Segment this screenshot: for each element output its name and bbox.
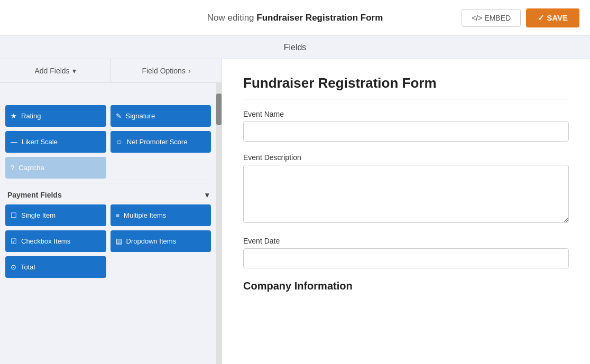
- left-scrollbar[interactable]: [216, 83, 222, 364]
- top-bar: Now editing Fundraiser Registration Form…: [0, 0, 590, 36]
- event-name-group: Event Name: [243, 110, 569, 142]
- tabs-row: Add Fields ▾ Field Options ›: [0, 59, 222, 83]
- multiple-items-icon: ≡: [116, 211, 120, 219]
- likert-label: Likert Scale: [22, 138, 58, 146]
- rating-field-btn[interactable]: ★ Rating: [5, 105, 106, 127]
- form-title: Fundraiser Registration Form: [243, 75, 569, 99]
- editing-title: Now editing Fundraiser Registration Form: [207, 13, 383, 23]
- pen-icon: ✎: [116, 112, 122, 120]
- event-date-input[interactable]: [243, 248, 569, 268]
- likert-field-btn[interactable]: — Likert Scale: [5, 131, 106, 153]
- signature-label: Signature: [126, 112, 155, 120]
- event-name-input[interactable]: [243, 122, 569, 142]
- form-name-label: Fundraiser Registration Form: [256, 13, 383, 23]
- captcha-grid: ? Captcha: [5, 157, 211, 179]
- single-item-label: Single Item: [21, 211, 56, 219]
- rating-label: Rating: [21, 112, 41, 120]
- scroll-thumb[interactable]: [216, 94, 222, 125]
- field-options-tab[interactable]: Field Options ›: [111, 59, 222, 82]
- payment-section-header: Payment Fields ▾: [5, 183, 211, 204]
- event-description-label: Event Description: [243, 153, 569, 162]
- payment-row-3: ⊙ Total: [5, 256, 211, 278]
- checkbox-items-label: Checkbox Items: [21, 237, 70, 245]
- event-description-input[interactable]: [243, 165, 569, 223]
- save-button[interactable]: ✓ SAVE: [526, 8, 579, 27]
- likert-icon: —: [11, 138, 17, 146]
- add-fields-tab[interactable]: Add Fields ▾: [0, 59, 110, 82]
- dropdown-items-btn[interactable]: ▤ Dropdown Items: [110, 230, 211, 252]
- likert-nps-grid: — Likert Scale ☺ Net Promoter Score: [5, 131, 211, 153]
- fields-bar: Fields: [0, 36, 590, 59]
- nps-label: Net Promoter Score: [127, 138, 188, 146]
- single-item-icon: ☐: [11, 211, 17, 219]
- add-fields-label: Add Fields: [34, 67, 69, 75]
- captcha-field-btn[interactable]: ? Captcha: [5, 157, 106, 179]
- payment-section-label: Payment Fields: [7, 191, 62, 199]
- checkbox-icon: ☑: [11, 237, 17, 245]
- total-btn[interactable]: ⊙ Total: [5, 256, 106, 278]
- payment-chevron-icon: ▾: [205, 191, 209, 199]
- single-item-btn[interactable]: ☐ Single Item: [5, 204, 106, 226]
- signature-field-btn[interactable]: ✎ Signature: [110, 105, 211, 127]
- event-description-group: Event Description: [243, 153, 569, 225]
- field-list: ★ Rating ✎ Signature — Likert Scale: [0, 83, 216, 364]
- field-options-chevron-icon: ›: [188, 67, 191, 75]
- fields-bar-label: Fields: [284, 43, 307, 52]
- embed-button[interactable]: </> EMBED: [462, 9, 521, 27]
- left-panel: Add Fields ▾ Field Options › ★: [0, 59, 222, 364]
- dropdown-items-label: Dropdown Items: [126, 237, 177, 245]
- nps-icon: ☺: [116, 138, 123, 146]
- multiple-items-btn[interactable]: ≡ Multiple Items: [110, 204, 211, 226]
- company-info-heading: Company Information: [243, 280, 569, 292]
- rating-signature-grid: ★ Rating ✎ Signature: [5, 105, 211, 127]
- total-label: Total: [21, 263, 35, 271]
- field-options-label: Field Options: [142, 67, 185, 75]
- star-icon: ★: [11, 112, 17, 120]
- event-date-group: Event Date: [243, 237, 569, 268]
- total-icon: ⊙: [11, 263, 16, 271]
- payment-row-1: ☐ Single Item ≡ Multiple Items: [5, 204, 211, 226]
- nps-field-btn[interactable]: ☺ Net Promoter Score: [110, 131, 211, 153]
- right-panel: Fundraiser Registration Form Event Name …: [222, 59, 590, 364]
- editing-label: Now editing: [207, 13, 254, 23]
- main-layout: Add Fields ▾ Field Options › ★: [0, 59, 590, 364]
- multiple-items-label: Multiple Items: [124, 211, 166, 219]
- event-name-label: Event Name: [243, 110, 569, 118]
- dropdown-icon: ▤: [116, 237, 122, 245]
- top-field-grid: [5, 87, 211, 101]
- checkbox-items-btn[interactable]: ☑ Checkbox Items: [5, 230, 106, 252]
- event-date-label: Event Date: [243, 237, 569, 245]
- captcha-icon: ?: [11, 164, 14, 172]
- payment-row-2: ☑ Checkbox Items ▤ Dropdown Items: [5, 230, 211, 252]
- top-bar-actions: </> EMBED ✓ SAVE: [462, 8, 579, 27]
- captcha-label: Captcha: [19, 164, 44, 172]
- add-fields-chevron-icon: ▾: [72, 67, 76, 75]
